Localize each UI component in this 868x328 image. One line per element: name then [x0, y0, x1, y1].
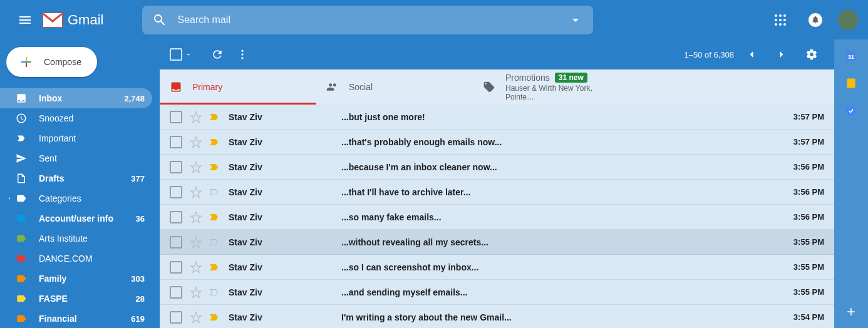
important-icon[interactable] — [209, 212, 220, 223]
search-dropdown-icon[interactable] — [568, 13, 583, 28]
sidebar-item-drafts[interactable]: Drafts377 — [0, 168, 152, 188]
plus-icon — [19, 54, 34, 69]
apps-icon[interactable] — [768, 8, 793, 33]
inbox-icon — [170, 81, 182, 93]
important-icon[interactable] — [209, 312, 220, 323]
mail-subject: I'm writing a story about the new Gmail.… — [341, 312, 786, 322]
mail-time: 3:56 PM — [793, 162, 824, 172]
mail-checkbox[interactable] — [170, 161, 182, 173]
important-icon[interactable] — [209, 161, 220, 173]
mail-checkbox[interactable] — [170, 261, 182, 274]
select-dropdown-icon[interactable] — [185, 51, 192, 58]
mail-checkbox[interactable] — [170, 111, 182, 123]
sidebar-item-categories[interactable]: Categories — [0, 188, 152, 208]
gmail-logo[interactable]: Gmail — [43, 12, 103, 28]
sidebar-item-snoozed[interactable]: Snoozed — [0, 108, 152, 128]
tab-primary[interactable]: Primary — [160, 69, 316, 105]
sidebar-item-sent[interactable]: Sent — [0, 148, 152, 168]
sidebar-item-dance-com[interactable]: DANCE.COM — [0, 249, 152, 269]
mail-checkbox[interactable] — [170, 311, 182, 324]
mail-row[interactable]: Stav Ziv...and sending myself emails...3… — [160, 280, 834, 305]
svg-point-6 — [783, 19, 786, 21]
search-input[interactable] — [177, 14, 568, 26]
mail-row[interactable]: Stav Ziv...because I'm an inbox cleaner … — [160, 155, 834, 180]
important-icon[interactable] — [209, 187, 220, 198]
clock-icon — [15, 113, 28, 124]
important-icon[interactable] — [209, 237, 220, 248]
inbox-icon — [15, 93, 28, 104]
more-button[interactable] — [230, 42, 255, 67]
svg-point-9 — [783, 23, 786, 26]
settings-button[interactable] — [799, 42, 824, 67]
sidebar-item-financial[interactable]: Financial619 — [0, 309, 152, 328]
star-icon[interactable] — [190, 136, 202, 148]
tab-promotions[interactable]: Promotions 31 new Hauser & Wirth New Yor… — [473, 69, 629, 105]
refresh-button[interactable] — [205, 42, 230, 67]
star-icon[interactable] — [190, 186, 202, 198]
search-bar[interactable] — [142, 6, 593, 34]
mail-checkbox[interactable] — [170, 136, 182, 148]
notifications-icon[interactable] — [803, 8, 828, 33]
category-tabs: Primary Social Promotions 31 new Hauser … — [160, 69, 834, 105]
mail-row[interactable]: Stav Ziv...without revealing all my secr… — [160, 230, 834, 255]
gmail-text: Gmail — [68, 12, 103, 28]
main-menu-button[interactable] — [10, 5, 40, 35]
file-icon — [15, 173, 28, 184]
star-icon[interactable] — [190, 161, 202, 173]
nav-count: 36 — [136, 214, 145, 223]
keep-icon[interactable] — [845, 77, 857, 90]
important-icon[interactable] — [209, 262, 220, 273]
add-button[interactable] — [845, 305, 857, 318]
nav-label: Categories — [39, 193, 145, 203]
avatar[interactable] — [838, 10, 858, 30]
important-icon — [15, 133, 28, 144]
sidebar-item-arts-institute[interactable]: Arts Institute — [0, 228, 152, 249]
tasks-icon[interactable] — [845, 105, 857, 117]
mail-row[interactable]: Stav Ziv...that's probably enough emails… — [160, 130, 834, 155]
mail-subject: ...that I'll have to archive later... — [341, 187, 786, 197]
sidebar-item-important[interactable]: Important — [0, 128, 152, 148]
mail-sender: Stav Ziv — [229, 262, 341, 272]
sidebar-item-inbox[interactable]: Inbox2,748 — [0, 88, 152, 108]
mail-row[interactable]: Stav Ziv...but just one more!3:57 PM — [160, 105, 834, 130]
mail-row[interactable]: Stav ZivI'm writing a story about the ne… — [160, 305, 834, 328]
svg-point-8 — [779, 23, 782, 26]
tab-social[interactable]: Social — [316, 69, 473, 105]
important-icon[interactable] — [209, 287, 220, 298]
mail-checkbox[interactable] — [170, 286, 182, 299]
sidebar-item-family[interactable]: Family303 — [0, 269, 152, 289]
mail-row[interactable]: Stav Ziv...that I'll have to archive lat… — [160, 180, 834, 205]
label-icon — [15, 313, 28, 324]
svg-point-5 — [779, 19, 782, 21]
mail-checkbox[interactable] — [170, 186, 182, 198]
label-icon — [15, 193, 28, 204]
nav-count: 2,748 — [124, 94, 145, 103]
tab-primary-label: Primary — [192, 82, 222, 92]
mail-checkbox[interactable] — [170, 211, 182, 223]
svg-point-3 — [783, 14, 786, 17]
star-icon[interactable] — [190, 236, 202, 249]
select-all-checkbox[interactable] — [170, 48, 182, 61]
sidebar-item-faspe[interactable]: FASPE28 — [0, 289, 152, 309]
compose-button[interactable]: Compose — [6, 47, 97, 77]
mail-checkbox[interactable] — [170, 236, 182, 249]
mail-time: 3:55 PM — [793, 237, 824, 247]
next-page-button[interactable] — [769, 42, 794, 67]
important-icon[interactable] — [209, 111, 220, 123]
calendar-icon[interactable]: 31 — [845, 49, 857, 62]
important-icon[interactable] — [209, 136, 220, 148]
star-icon[interactable] — [190, 261, 202, 274]
svg-point-1 — [775, 14, 777, 17]
sidebar-item-account-user-info[interactable]: Account/user info36 — [0, 208, 152, 228]
star-icon[interactable] — [190, 211, 202, 223]
star-icon[interactable] — [190, 111, 202, 123]
star-icon[interactable] — [190, 286, 202, 299]
mail-sender: Stav Ziv — [229, 112, 341, 122]
mail-time: 3:57 PM — [793, 112, 824, 121]
svg-point-17 — [846, 106, 857, 116]
svg-point-2 — [779, 14, 782, 17]
mail-row[interactable]: Stav Ziv...so many fake emails...3:56 PM — [160, 205, 834, 230]
mail-row[interactable]: Stav Ziv...so I can screenshot my inbox.… — [160, 255, 834, 280]
prev-page-button[interactable] — [739, 42, 764, 67]
star-icon[interactable] — [190, 311, 202, 324]
